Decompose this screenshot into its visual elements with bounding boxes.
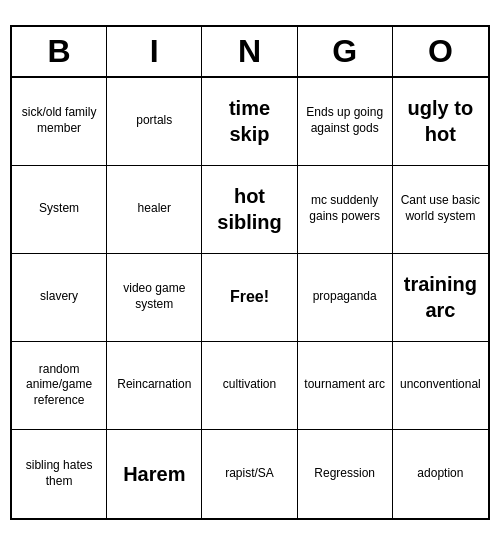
free-space: Free! — [202, 254, 297, 342]
bingo-letter: N — [202, 27, 297, 76]
bingo-cell: rapist/SA — [202, 430, 297, 518]
bingo-cell: propaganda — [298, 254, 393, 342]
bingo-cell: tournament arc — [298, 342, 393, 430]
bingo-cell: sick/old family member — [12, 78, 107, 166]
bingo-letter: B — [12, 27, 107, 76]
bingo-cell: portals — [107, 78, 202, 166]
bingo-cell: unconventional — [393, 342, 488, 430]
bingo-cell: time skip — [202, 78, 297, 166]
bingo-cell: Reincarnation — [107, 342, 202, 430]
bingo-letter: G — [298, 27, 393, 76]
bingo-header: BINGO — [12, 27, 488, 78]
bingo-cell: mc suddenly gains powers — [298, 166, 393, 254]
bingo-cell: slavery — [12, 254, 107, 342]
bingo-cell: adoption — [393, 430, 488, 518]
bingo-grid: sick/old family memberportalstime skipEn… — [12, 78, 488, 518]
bingo-cell: Cant use basic world system — [393, 166, 488, 254]
bingo-cell: video game system — [107, 254, 202, 342]
bingo-letter: I — [107, 27, 202, 76]
bingo-cell: healer — [107, 166, 202, 254]
bingo-cell: hot sibling — [202, 166, 297, 254]
bingo-letter: O — [393, 27, 488, 76]
bingo-cell: Ends up going against gods — [298, 78, 393, 166]
bingo-cell: System — [12, 166, 107, 254]
bingo-cell: cultivation — [202, 342, 297, 430]
bingo-cell: training arc — [393, 254, 488, 342]
bingo-cell: Harem — [107, 430, 202, 518]
bingo-cell: random anime/game reference — [12, 342, 107, 430]
bingo-cell: sibling hates them — [12, 430, 107, 518]
bingo-cell: ugly to hot — [393, 78, 488, 166]
bingo-cell: Regression — [298, 430, 393, 518]
bingo-card: BINGO sick/old family memberportalstime … — [10, 25, 490, 520]
